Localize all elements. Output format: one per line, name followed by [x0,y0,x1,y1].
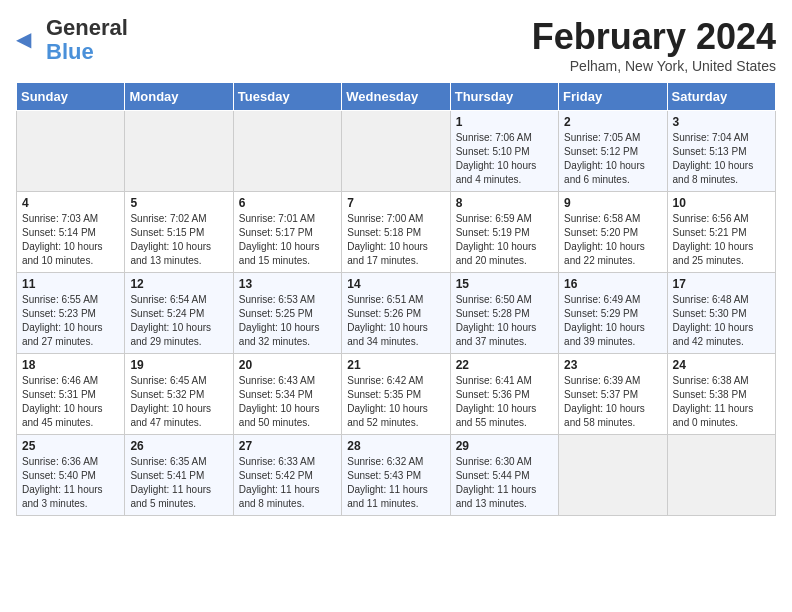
day-number: 23 [564,358,661,372]
calendar-week-row: 4Sunrise: 7:03 AM Sunset: 5:14 PM Daylig… [17,192,776,273]
day-info: Sunrise: 6:41 AM Sunset: 5:36 PM Dayligh… [456,374,553,430]
calendar-cell [559,435,667,516]
calendar-week-row: 25Sunrise: 6:36 AM Sunset: 5:40 PM Dayli… [17,435,776,516]
day-number: 14 [347,277,444,291]
day-info: Sunrise: 7:00 AM Sunset: 5:18 PM Dayligh… [347,212,444,268]
calendar-cell: 4Sunrise: 7:03 AM Sunset: 5:14 PM Daylig… [17,192,125,273]
calendar-cell: 8Sunrise: 6:59 AM Sunset: 5:19 PM Daylig… [450,192,558,273]
day-number: 20 [239,358,336,372]
day-info: Sunrise: 6:43 AM Sunset: 5:34 PM Dayligh… [239,374,336,430]
day-info: Sunrise: 6:49 AM Sunset: 5:29 PM Dayligh… [564,293,661,349]
calendar-cell: 25Sunrise: 6:36 AM Sunset: 5:40 PM Dayli… [17,435,125,516]
weekday-header-thursday: Thursday [450,83,558,111]
day-number: 4 [22,196,119,210]
calendar-cell: 6Sunrise: 7:01 AM Sunset: 5:17 PM Daylig… [233,192,341,273]
day-info: Sunrise: 6:54 AM Sunset: 5:24 PM Dayligh… [130,293,227,349]
day-info: Sunrise: 6:59 AM Sunset: 5:19 PM Dayligh… [456,212,553,268]
calendar-table: SundayMondayTuesdayWednesdayThursdayFrid… [16,82,776,516]
weekday-header-tuesday: Tuesday [233,83,341,111]
calendar-cell: 28Sunrise: 6:32 AM Sunset: 5:43 PM Dayli… [342,435,450,516]
calendar-cell: 2Sunrise: 7:05 AM Sunset: 5:12 PM Daylig… [559,111,667,192]
weekday-header-monday: Monday [125,83,233,111]
calendar-cell: 1Sunrise: 7:06 AM Sunset: 5:10 PM Daylig… [450,111,558,192]
calendar-cell: 16Sunrise: 6:49 AM Sunset: 5:29 PM Dayli… [559,273,667,354]
day-number: 19 [130,358,227,372]
day-info: Sunrise: 6:38 AM Sunset: 5:38 PM Dayligh… [673,374,770,430]
day-number: 12 [130,277,227,291]
calendar-cell: 21Sunrise: 6:42 AM Sunset: 5:35 PM Dayli… [342,354,450,435]
day-number: 2 [564,115,661,129]
calendar-cell: 9Sunrise: 6:58 AM Sunset: 5:20 PM Daylig… [559,192,667,273]
day-info: Sunrise: 6:46 AM Sunset: 5:31 PM Dayligh… [22,374,119,430]
day-number: 8 [456,196,553,210]
calendar-cell: 23Sunrise: 6:39 AM Sunset: 5:37 PM Dayli… [559,354,667,435]
page-title: February 2024 [16,16,776,58]
day-info: Sunrise: 7:01 AM Sunset: 5:17 PM Dayligh… [239,212,336,268]
calendar-cell: 14Sunrise: 6:51 AM Sunset: 5:26 PM Dayli… [342,273,450,354]
calendar-cell: 19Sunrise: 6:45 AM Sunset: 5:32 PM Dayli… [125,354,233,435]
page-header: February 2024 Pelham, New York, United S… [16,16,776,74]
weekday-header-wednesday: Wednesday [342,83,450,111]
calendar-cell [17,111,125,192]
calendar-cell: 20Sunrise: 6:43 AM Sunset: 5:34 PM Dayli… [233,354,341,435]
day-number: 15 [456,277,553,291]
calendar-week-row: 11Sunrise: 6:55 AM Sunset: 5:23 PM Dayli… [17,273,776,354]
calendar-cell [125,111,233,192]
day-number: 16 [564,277,661,291]
day-number: 3 [673,115,770,129]
calendar-cell: 5Sunrise: 7:02 AM Sunset: 5:15 PM Daylig… [125,192,233,273]
day-number: 28 [347,439,444,453]
calendar-cell [667,435,775,516]
day-info: Sunrise: 6:55 AM Sunset: 5:23 PM Dayligh… [22,293,119,349]
day-info: Sunrise: 6:42 AM Sunset: 5:35 PM Dayligh… [347,374,444,430]
calendar-cell: 18Sunrise: 6:46 AM Sunset: 5:31 PM Dayli… [17,354,125,435]
day-number: 17 [673,277,770,291]
calendar-cell: 17Sunrise: 6:48 AM Sunset: 5:30 PM Dayli… [667,273,775,354]
calendar-cell: 24Sunrise: 6:38 AM Sunset: 5:38 PM Dayli… [667,354,775,435]
weekday-header-sunday: Sunday [17,83,125,111]
calendar-cell: 3Sunrise: 7:04 AM Sunset: 5:13 PM Daylig… [667,111,775,192]
day-number: 25 [22,439,119,453]
day-number: 24 [673,358,770,372]
svg-text:◀: ◀ [16,28,32,50]
calendar-cell: 15Sunrise: 6:50 AM Sunset: 5:28 PM Dayli… [450,273,558,354]
calendar-cell: 11Sunrise: 6:55 AM Sunset: 5:23 PM Dayli… [17,273,125,354]
day-info: Sunrise: 6:39 AM Sunset: 5:37 PM Dayligh… [564,374,661,430]
weekday-header-friday: Friday [559,83,667,111]
calendar-header-row: SundayMondayTuesdayWednesdayThursdayFrid… [17,83,776,111]
day-info: Sunrise: 6:30 AM Sunset: 5:44 PM Dayligh… [456,455,553,511]
page-subtitle: Pelham, New York, United States [16,58,776,74]
day-number: 5 [130,196,227,210]
day-number: 29 [456,439,553,453]
calendar-cell: 22Sunrise: 6:41 AM Sunset: 5:36 PM Dayli… [450,354,558,435]
day-info: Sunrise: 7:05 AM Sunset: 5:12 PM Dayligh… [564,131,661,187]
day-info: Sunrise: 6:33 AM Sunset: 5:42 PM Dayligh… [239,455,336,511]
day-info: Sunrise: 7:03 AM Sunset: 5:14 PM Dayligh… [22,212,119,268]
logo-text: GeneralBlue [46,16,128,64]
day-number: 6 [239,196,336,210]
day-info: Sunrise: 6:35 AM Sunset: 5:41 PM Dayligh… [130,455,227,511]
day-number: 10 [673,196,770,210]
day-info: Sunrise: 6:51 AM Sunset: 5:26 PM Dayligh… [347,293,444,349]
day-info: Sunrise: 6:58 AM Sunset: 5:20 PM Dayligh… [564,212,661,268]
weekday-header-saturday: Saturday [667,83,775,111]
day-info: Sunrise: 6:36 AM Sunset: 5:40 PM Dayligh… [22,455,119,511]
day-info: Sunrise: 6:45 AM Sunset: 5:32 PM Dayligh… [130,374,227,430]
calendar-cell: 7Sunrise: 7:00 AM Sunset: 5:18 PM Daylig… [342,192,450,273]
calendar-cell: 13Sunrise: 6:53 AM Sunset: 5:25 PM Dayli… [233,273,341,354]
day-number: 18 [22,358,119,372]
day-info: Sunrise: 6:32 AM Sunset: 5:43 PM Dayligh… [347,455,444,511]
calendar-cell: 12Sunrise: 6:54 AM Sunset: 5:24 PM Dayli… [125,273,233,354]
day-info: Sunrise: 7:06 AM Sunset: 5:10 PM Dayligh… [456,131,553,187]
day-number: 27 [239,439,336,453]
calendar-cell: 10Sunrise: 6:56 AM Sunset: 5:21 PM Dayli… [667,192,775,273]
calendar-cell [233,111,341,192]
calendar-cell: 29Sunrise: 6:30 AM Sunset: 5:44 PM Dayli… [450,435,558,516]
calendar-week-row: 18Sunrise: 6:46 AM Sunset: 5:31 PM Dayli… [17,354,776,435]
day-info: Sunrise: 6:50 AM Sunset: 5:28 PM Dayligh… [456,293,553,349]
logo: ◀ GeneralBlue [16,16,128,64]
day-info: Sunrise: 7:02 AM Sunset: 5:15 PM Dayligh… [130,212,227,268]
day-info: Sunrise: 7:04 AM Sunset: 5:13 PM Dayligh… [673,131,770,187]
calendar-week-row: 1Sunrise: 7:06 AM Sunset: 5:10 PM Daylig… [17,111,776,192]
logo-blue: Blue [46,39,94,64]
